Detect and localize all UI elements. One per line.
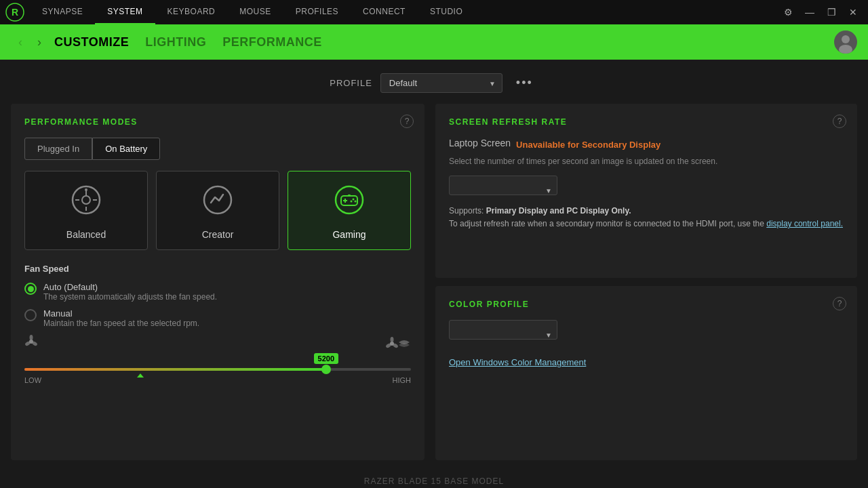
svg-rect-20 — [348, 195, 351, 197]
footer: RAZER BLADE 15 BASE MODEL — [0, 471, 868, 488]
auto-radio[interactable] — [24, 283, 37, 295]
svg-point-18 — [355, 201, 357, 203]
mode-card-creator[interactable]: Creator — [156, 171, 279, 250]
profile-row: PROFILE Default ••• — [0, 60, 868, 104]
svg-point-22 — [30, 335, 33, 340]
title-bar: R SYNAPSE SYSTEM KEYBOARD MOUSE PROFILES… — [0, 0, 868, 24]
tab-performance[interactable]: PERFORMANCE — [222, 33, 322, 52]
auto-radio-row: Auto (Default) The system automatically … — [24, 282, 411, 302]
mode-card-gaming[interactable]: Gaming — [288, 171, 411, 250]
unavailable-text: Unavailable for Secondary Display — [516, 140, 660, 150]
profile-more-button[interactable]: ••• — [511, 73, 538, 93]
gaming-icon — [333, 184, 366, 222]
plugged-in-tab[interactable]: Plugged In — [24, 138, 92, 160]
svg-point-13 — [336, 186, 363, 214]
slider-default-marker — [137, 373, 144, 378]
auto-radio-text: Auto (Default) The system automatically … — [43, 282, 217, 302]
settings-button[interactable]: ⚙ — [778, 3, 797, 22]
svg-point-2 — [842, 35, 850, 43]
auto-radio-label: Auto (Default) — [43, 282, 217, 292]
close-button[interactable]: ✕ — [844, 3, 863, 22]
window-controls: ⚙ — ❒ ✕ — [778, 3, 863, 22]
tab-customize[interactable]: CUSTOMIZE — [54, 33, 129, 52]
supports-text: Supports: Primary Display and PC Display… — [449, 205, 844, 230]
svg-point-9 — [82, 196, 90, 204]
fan-speed-title: Fan Speed — [24, 264, 411, 274]
open-color-management-link[interactable]: Open Windows Color Management — [449, 357, 844, 367]
refresh-rate-select[interactable] — [449, 176, 557, 195]
right-panel: SCREEN REFRESH RATE ? Laptop Screen Unav… — [435, 104, 857, 460]
nav-back-button[interactable]: ‹ — [11, 33, 30, 52]
avatar[interactable] — [834, 30, 857, 54]
nav-tabs: SYNAPSE SYSTEM KEYBOARD MOUSE PROFILES C… — [30, 0, 778, 24]
balanced-icon — [70, 184, 102, 222]
profile-select-wrap: Default — [380, 73, 502, 93]
svg-point-26 — [391, 337, 394, 342]
color-profile-panel: COLOR PROFILE ? Open Windows Color Manag… — [435, 286, 857, 460]
panel-title: PERFORMANCE MODES — [24, 117, 411, 127]
creator-label: Creator — [202, 229, 234, 240]
slider-labels: LOW HIGH — [24, 376, 411, 384]
manual-radio[interactable] — [24, 309, 37, 321]
profile-select[interactable]: Default — [380, 73, 502, 93]
nav-tab-studio[interactable]: STUDIO — [418, 0, 475, 24]
sub-header-tabs: CUSTOMIZE LIGHTING PERFORMANCE — [54, 33, 834, 52]
svg-text:R: R — [12, 7, 18, 18]
color-profile-dropdown-wrap — [449, 320, 557, 349]
fan-speed-section: Fan Speed Auto (Default) The system auto… — [24, 264, 411, 384]
fan-low-icon — [24, 335, 38, 352]
screen-refresh-title: SCREEN REFRESH RATE — [449, 117, 844, 127]
sub-header: ‹ › CUSTOMIZE LIGHTING PERFORMANCE — [0, 24, 868, 60]
help-icon[interactable]: ? — [400, 115, 414, 128]
screen-refresh-panel: SCREEN REFRESH RATE ? Laptop Screen Unav… — [435, 104, 857, 278]
balanced-label: Balanced — [66, 229, 106, 240]
maximize-button[interactable]: ❒ — [822, 3, 841, 22]
auto-radio-inner — [28, 286, 34, 292]
mode-card-balanced[interactable]: Balanced — [24, 171, 148, 250]
fan-speed-slider-section: 5200 LOW HIGH — [24, 335, 411, 384]
manual-radio-desc: Maintain the fan speed at the selected r… — [43, 319, 199, 328]
color-profile-select[interactable] — [449, 320, 557, 340]
mode-cards: Balanced Creator — [24, 171, 411, 250]
svg-point-19 — [351, 201, 353, 203]
manual-radio-text: Manual Maintain the fan speed at the sel… — [43, 308, 199, 328]
manual-radio-label: Manual — [43, 308, 199, 319]
power-tab-row: Plugged In On Battery — [24, 138, 411, 160]
fan-speed-slider[interactable]: 5200 — [24, 368, 411, 371]
slider-value-bubble: 5200 — [314, 353, 338, 364]
auto-radio-desc: The system automatically adjusts the fan… — [43, 292, 217, 302]
footer-text: RAZER BLADE 15 BASE MODEL — [364, 476, 504, 486]
nav-forward-button[interactable]: › — [30, 33, 49, 52]
nav-tab-profiles[interactable]: PROFILES — [283, 0, 351, 24]
screen-help-icon[interactable]: ? — [833, 115, 846, 128]
adjust-text: To adjust refresh rate when a secondary … — [449, 219, 766, 228]
on-battery-tab[interactable]: On Battery — [92, 138, 160, 160]
minimize-button[interactable]: — — [800, 3, 819, 22]
slider-low-label: LOW — [24, 376, 41, 384]
main-content: PERFORMANCE MODES ? Plugged In On Batter… — [0, 104, 868, 471]
gaming-label: Gaming — [332, 229, 366, 240]
laptop-screen-label: Laptop Screen — [449, 138, 511, 148]
slider-fill — [24, 368, 326, 371]
slider-track — [24, 368, 411, 371]
slider-high-label: HIGH — [393, 376, 412, 384]
slider-thumb[interactable] — [321, 365, 331, 374]
tab-lighting[interactable]: LIGHTING — [145, 33, 206, 52]
profile-label: PROFILE — [330, 78, 372, 88]
slider-icons — [24, 335, 411, 352]
refresh-rate-dropdown-wrap — [449, 176, 557, 205]
svg-point-17 — [353, 199, 355, 201]
nav-tab-synapse[interactable]: SYNAPSE — [30, 0, 95, 24]
fan-high-icon — [385, 337, 411, 350]
nav-tab-mouse[interactable]: MOUSE — [227, 0, 283, 24]
screen-refresh-desc: Select the number of times per second an… — [449, 155, 844, 167]
manual-radio-row: Manual Maintain the fan speed at the sel… — [24, 308, 411, 328]
color-help-icon[interactable]: ? — [833, 297, 846, 310]
nav-tab-connect[interactable]: CONNECT — [351, 0, 418, 24]
nav-tab-system[interactable]: SYSTEM — [95, 0, 155, 24]
nav-tab-keyboard[interactable]: KEYBOARD — [155, 0, 228, 24]
display-control-panel-link[interactable]: display control panel. — [766, 219, 843, 228]
app-logo: R — [5, 3, 24, 22]
svg-point-3 — [839, 45, 852, 54]
creator-icon — [201, 184, 234, 222]
